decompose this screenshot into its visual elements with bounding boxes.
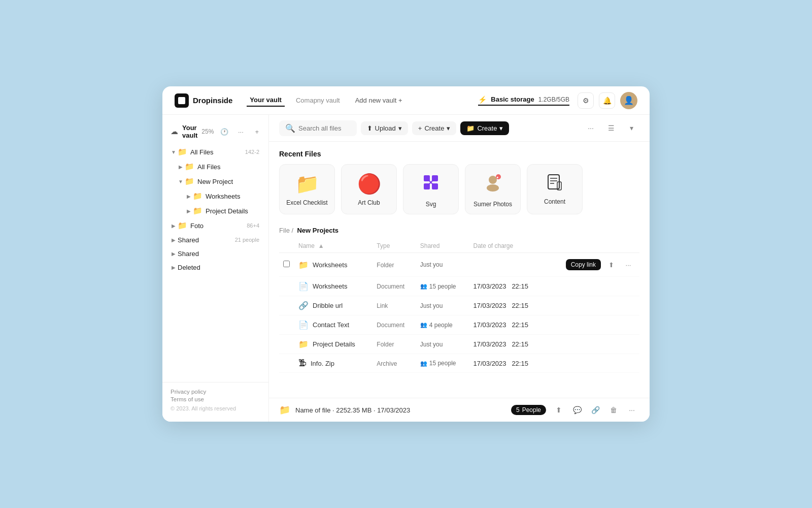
sidebar-item-deleted[interactable]: ▶ Deleted — [165, 261, 265, 274]
sidebar-item-all-files[interactable]: ▼ 📁 All Files 142-2 — [165, 145, 265, 159]
sidebar-item-all-files-child[interactable]: ▶ 📁 All Files — [165, 160, 265, 174]
folder-icon: 📁 — [185, 177, 194, 186]
privacy-policy-link[interactable]: Privacy policy — [171, 389, 260, 395]
th-date: Date of charge — [469, 239, 545, 253]
file-name-cell: 📄 Worksheets — [294, 277, 373, 296]
logo-icon — [175, 93, 189, 108]
storage-amount: 1.2GB/5GB — [538, 96, 569, 103]
file-date-cell: 17/03/2023 22:15 — [469, 354, 545, 373]
create-button[interactable]: + Create ▾ — [412, 121, 457, 135]
file-action-cell — [546, 335, 639, 354]
sidebar-item-project-details[interactable]: ▶ 📁 Project Details — [165, 204, 265, 218]
bottom-more-btn[interactable]: ··· — [624, 402, 639, 418]
file-name-cell: 🗜 Info. Zip — [294, 354, 373, 373]
chevron-right-icon: ▶ — [185, 192, 193, 200]
file-date-cell — [469, 253, 545, 277]
recent-card-label: Sumer Photos — [473, 201, 512, 208]
recent-card-excel[interactable]: 📁 Excel Checklist — [279, 164, 335, 214]
upload-row-btn[interactable]: ⬆ — [604, 258, 618, 272]
recent-files-title: Recent Files — [279, 150, 639, 158]
chevron-right-icon: ▶ — [170, 263, 178, 271]
logo-area: Dropinside — [175, 93, 232, 108]
more-btn[interactable]: ··· — [234, 125, 247, 138]
tree-label: Deleted — [178, 264, 259, 271]
excel-folder-icon: 📁 — [295, 173, 319, 195]
file-name: Info. Zip — [311, 360, 334, 367]
sumer-avatar-icon: ● — [483, 173, 502, 197]
th-name[interactable]: Name ▲ — [294, 239, 373, 253]
svg-icon — [421, 173, 441, 197]
history-btn[interactable]: 🕐 — [218, 125, 231, 138]
sidebar-item-worksheets[interactable]: ▶ 📁 Worksheets — [165, 189, 265, 203]
file-name: Worksheets — [313, 282, 347, 290]
chevron-right-icon: ▶ — [170, 221, 178, 230]
file-name: Worksheets — [313, 261, 347, 269]
table-row: 🗜 Info. Zip Archive 👥 15 people 17/03/20… — [279, 354, 639, 373]
list-view-btn[interactable]: ☰ — [603, 120, 619, 136]
file-name-cell: 📁 Project Details — [294, 335, 373, 354]
nav-tab-add-vault[interactable]: Add new vault + — [351, 94, 407, 106]
sidebar-item-shared[interactable]: ▶ Shared — [165, 247, 265, 260]
bottom-link-btn[interactable]: 🔗 — [588, 402, 603, 418]
upload-button[interactable]: ⬆ Upload ▾ — [361, 121, 408, 135]
bell-icon-btn[interactable]: 🔔 — [599, 92, 615, 109]
sidebar-footer: Privacy policy Terms of use © 2023. All … — [162, 382, 268, 416]
file-name: Dribble url — [313, 302, 343, 309]
bottom-trash-btn[interactable]: 🗑 — [606, 402, 621, 418]
app-window: Dropinside Your vault Comapny vault Add … — [162, 86, 650, 422]
chevron-right-icon: ▶ — [170, 249, 178, 258]
search-input[interactable] — [298, 124, 351, 132]
chevron-down-btn[interactable]: ▾ — [623, 120, 639, 136]
bottom-file-people: 5 People — [511, 405, 546, 415]
nav-tab-your-vault[interactable]: Your vault — [247, 94, 285, 107]
add-btn[interactable]: + — [250, 125, 263, 138]
folder-icon: 📁 — [193, 192, 202, 201]
logo-text: Dropinside — [193, 96, 232, 105]
row-checkbox-cell — [279, 296, 294, 315]
file-shared-cell: Just you — [416, 253, 469, 277]
more-options-btn[interactable]: ··· — [583, 120, 599, 136]
sidebar-item-shared-people[interactable]: ▶ Shared 21 people — [165, 233, 265, 246]
more-row-btn[interactable]: ··· — [621, 258, 635, 272]
avatar-btn[interactable]: 👤 — [620, 92, 637, 109]
copy-link-button[interactable]: Copy link — [566, 259, 601, 270]
recent-card-artclub[interactable]: 🔴 Art Club — [341, 164, 397, 214]
bottom-file-info: Name of file · 2252.35 MB · 17/03/2023 — [295, 406, 506, 414]
file-type-cell: Document — [373, 315, 416, 335]
sidebar-item-new-project[interactable]: ▼ 📁 New Project — [165, 174, 265, 188]
sidebar-copyright: © 2023. All rights reserved — [171, 405, 260, 411]
chevron-right-icon: ▶ — [185, 207, 193, 215]
tree-label: Shared — [178, 236, 233, 244]
file-name: Project Details — [313, 340, 355, 348]
create-folder-button[interactable]: 📁 Create ▾ — [460, 121, 509, 135]
recent-card-sumer[interactable]: ● Sumer Photos — [465, 164, 521, 214]
tree-badge: 21 people — [235, 237, 259, 243]
file-action-cell — [546, 315, 639, 335]
recent-files-grid: 📁 Excel Checklist 🔴 Art Club — [279, 164, 639, 214]
link-icon: 🔗 — [298, 301, 309, 310]
folder-icon: 📁 — [178, 147, 187, 156]
lightning-icon: ⚡ — [478, 96, 487, 104]
bottom-download-btn[interactable]: ⬆ — [551, 402, 566, 418]
breadcrumb-crumb: New Projects — [297, 227, 339, 234]
bottom-comment-btn[interactable]: 💬 — [569, 402, 585, 418]
sidebar-vault-actions: 🕐 ··· + — [218, 125, 263, 138]
row-checkbox-cell — [279, 354, 294, 373]
file-type-cell: Document — [373, 277, 416, 296]
folder-yellow-icon: 📁 — [298, 339, 309, 349]
file-shared-cell: Just you — [416, 296, 469, 315]
recent-card-content[interactable]: Content — [527, 164, 583, 214]
storage-area: ⚡ Basic storage 1.2GB/5GB — [478, 96, 569, 106]
storage-label: Basic storage — [491, 96, 534, 103]
settings-icon-btn[interactable]: ⚙ — [578, 92, 594, 109]
logo-icon-inner — [178, 97, 185, 104]
row-checkbox[interactable] — [283, 261, 290, 267]
breadcrumb-prefix: File / — [279, 227, 293, 234]
recent-card-svg[interactable]: Svg — [403, 164, 459, 214]
sidebar-item-foto[interactable]: ▶ 📁 Foto 86+4 — [165, 218, 265, 233]
nav-tab-company-vault[interactable]: Comapny vault — [293, 94, 343, 106]
file-shared-cell: Just you — [416, 335, 469, 354]
file-action-cell: Copy link ⬆ ··· — [546, 253, 639, 277]
terms-of-use-link[interactable]: Terms of use — [171, 396, 260, 402]
add-icon: + — [418, 124, 422, 132]
